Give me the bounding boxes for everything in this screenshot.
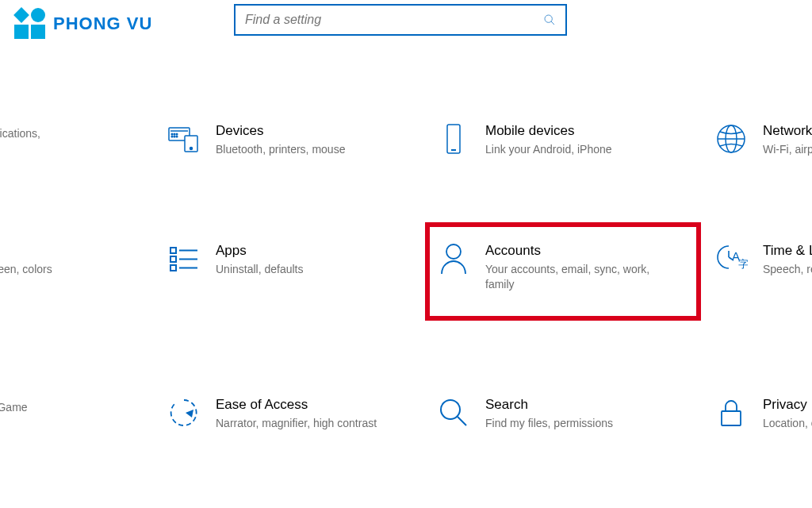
tile-apps[interactable]: Apps Uninstall, defaults	[159, 235, 420, 318]
search-input[interactable]	[245, 13, 543, 27]
tile-network[interactable]: Network & I Wi-Fi, airplane	[706, 115, 812, 164]
tile-title: Search	[485, 397, 613, 413]
svg-line-30	[458, 417, 466, 425]
search-icon	[543, 13, 556, 26]
tile-sub: Link your Android, iPhone	[485, 142, 612, 157]
settings-search[interactable]	[234, 4, 567, 36]
svg-point-5	[190, 148, 193, 150]
svg-point-23	[446, 244, 461, 259]
tile-sub: Find my files, permissions	[485, 416, 613, 431]
logo-text: PHONG VU	[53, 13, 152, 34]
svg-rect-12	[447, 125, 460, 153]
tile-gaming[interactable]: aptures, Game	[0, 389, 151, 437]
svg-point-10	[174, 136, 175, 137]
tile-personalization[interactable]: ation , lock screen, colors	[0, 235, 151, 318]
svg-point-8	[176, 133, 178, 135]
tile-title: Apps	[216, 243, 304, 259]
tile-ease-of-access[interactable]: Ease of Access Narrator, magnifier, high…	[159, 389, 420, 437]
tile-title: Devices	[216, 123, 345, 139]
apps-icon	[167, 241, 201, 276]
tile-title: Ease of Access	[216, 397, 377, 413]
devices-icon	[167, 121, 201, 156]
tile-sub: und, notifications,	[0, 126, 40, 141]
svg-point-9	[171, 136, 173, 137]
phone-icon	[436, 121, 471, 156]
tile-sub: Narrator, magnifier, high contrast	[216, 416, 377, 431]
svg-line-1	[551, 21, 554, 25]
tile-sub: Uninstall, defaults	[216, 262, 304, 277]
magnifier-icon	[436, 395, 471, 430]
svg-point-6	[171, 133, 173, 135]
ease-of-access-icon	[167, 395, 201, 430]
svg-marker-28	[186, 410, 193, 418]
time-language-icon: A 字	[714, 241, 749, 276]
svg-point-11	[176, 136, 178, 137]
tile-title: Network & I	[763, 123, 812, 139]
tile-sub: Location, cam	[763, 416, 812, 431]
svg-text:字: 字	[738, 258, 748, 270]
tile-search[interactable]: Search Find my files, permissions	[428, 389, 698, 437]
tile-sub: aptures, Game	[0, 400, 28, 415]
svg-rect-31	[722, 411, 741, 425]
logo-icon	[14, 8, 45, 39]
watermark-logo: PHONG VU	[14, 8, 152, 39]
tile-title: Privacy	[763, 397, 812, 413]
tile-title: Accounts	[485, 243, 652, 259]
tile-title: Mobile devices	[485, 123, 612, 139]
tile-time-language[interactable]: A 字 Time & Lang Speech, regio	[706, 235, 812, 318]
tile-sub: Bluetooth, printers, mouse	[216, 142, 345, 157]
tile-system[interactable]: und, notifications,	[0, 115, 151, 164]
tile-devices[interactable]: Devices Bluetooth, printers, mouse	[159, 115, 420, 164]
svg-rect-17	[170, 248, 176, 253]
tile-sub: , lock screen, colors	[0, 262, 52, 277]
globe-icon	[714, 121, 749, 156]
tile-privacy[interactable]: Privacy Location, cam	[706, 389, 812, 437]
tile-title: Time & Lang	[763, 243, 812, 259]
person-icon	[436, 241, 471, 276]
svg-rect-21	[170, 265, 176, 271]
tile-sub: Your accounts, email, sync, work, family	[485, 262, 652, 292]
tile-accounts[interactable]: Accounts Your accounts, email, sync, wor…	[428, 225, 698, 318]
svg-rect-19	[170, 256, 176, 262]
tile-sub: Wi-Fi, airplane	[763, 142, 812, 157]
svg-point-29	[441, 400, 460, 419]
tile-sub: Speech, regio	[763, 262, 812, 277]
svg-point-0	[545, 15, 552, 22]
tile-mobile-devices[interactable]: Mobile devices Link your Android, iPhone	[428, 115, 698, 164]
svg-point-7	[174, 133, 175, 135]
lock-icon	[714, 395, 749, 430]
tile-title: ation	[0, 243, 52, 259]
